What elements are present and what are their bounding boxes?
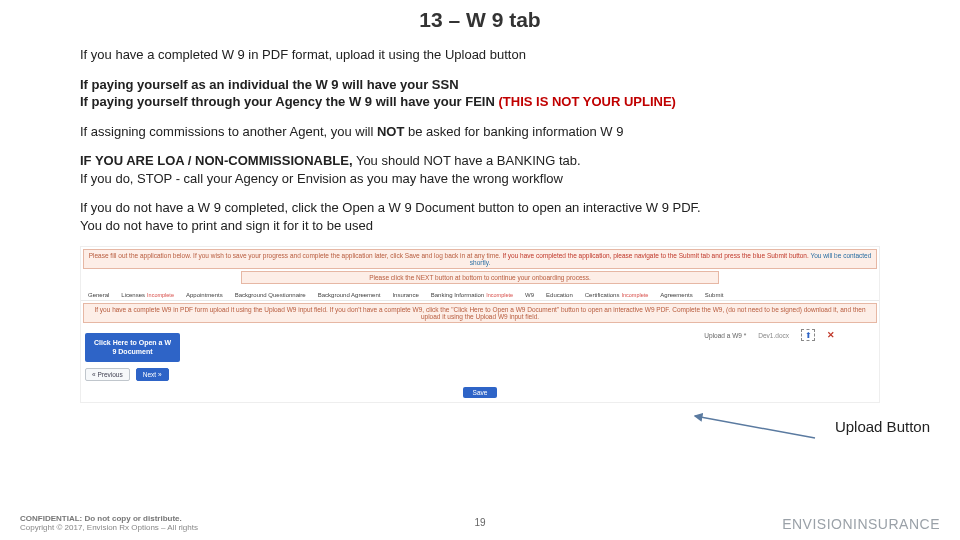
loa-text: You should NOT have a BANKING tab. bbox=[353, 153, 581, 168]
tab-insurance[interactable]: Insurance bbox=[389, 290, 421, 300]
paragraph-open-w9: If you do not have a W 9 completed, clic… bbox=[80, 199, 880, 234]
tab-appointments[interactable]: Appointments bbox=[183, 290, 226, 300]
tab-strip: General LicensesIncomplete Appointments … bbox=[81, 286, 879, 301]
not-upline-warning: (THIS IS NOT YOUR UPLINE) bbox=[498, 94, 675, 109]
banner1-red: If you have completed the application, p… bbox=[502, 252, 808, 259]
upload-zone: Upload a W9 * Dev1.docx ⬆ ✕ bbox=[704, 329, 835, 341]
open-w9-line1: If you do not have a W 9 completed, clic… bbox=[80, 200, 701, 215]
tab-general[interactable]: General bbox=[85, 290, 112, 300]
instruction-banner-3: If you have a complete W9 in PDF form up… bbox=[83, 303, 877, 323]
open-w9-line2: You do not have to print and sign it for… bbox=[80, 218, 373, 233]
tab-banking[interactable]: Banking InformationIncomplete bbox=[428, 290, 516, 300]
banner1-text: Please fill out the application below. I… bbox=[89, 252, 503, 259]
embedded-screenshot: Please fill out the application below. I… bbox=[80, 246, 880, 403]
instruction-banner-1: Please fill out the application below. I… bbox=[83, 249, 877, 269]
brand-logo: ENVISIONINSURANCE bbox=[782, 516, 940, 532]
assign-not: NOT bbox=[377, 124, 404, 139]
loa-stop: If you do, STOP - call your Agency or En… bbox=[80, 171, 563, 186]
line-fein: If paying yourself through your Agency t… bbox=[80, 94, 498, 109]
open-w9-button[interactable]: Click Here to Open a W 9 Document bbox=[85, 333, 180, 362]
remove-file-icon[interactable]: ✕ bbox=[827, 330, 835, 340]
tab-submit[interactable]: Submit bbox=[702, 290, 727, 300]
paragraph-ssn-fein: If paying yourself as an individual the … bbox=[80, 76, 880, 111]
paragraph-loa: IF YOU ARE LOA / NON-COMMISSIONABLE, You… bbox=[80, 152, 880, 187]
nav-row: « Previous Next » bbox=[81, 366, 879, 385]
brand-part2: INSURANCE bbox=[853, 516, 940, 532]
previous-button[interactable]: « Previous bbox=[85, 368, 130, 381]
loa-heading: IF YOU ARE LOA / NON-COMMISSIONABLE, bbox=[80, 153, 353, 168]
tab-licenses[interactable]: LicensesIncomplete bbox=[118, 290, 177, 300]
tab-background-a[interactable]: Background Agreement bbox=[315, 290, 384, 300]
brand-part1: ENVISION bbox=[782, 516, 853, 532]
line-ssn: If paying yourself as an individual the … bbox=[80, 77, 459, 92]
paragraph-assign: If assigning commissions to another Agen… bbox=[80, 123, 880, 141]
save-button[interactable]: Save bbox=[463, 387, 498, 398]
tab-background-q[interactable]: Background Questionnaire bbox=[232, 290, 309, 300]
upload-icon[interactable]: ⬆ bbox=[801, 329, 815, 341]
page-number: 19 bbox=[474, 517, 485, 528]
tab-agreements[interactable]: Agreements bbox=[657, 290, 695, 300]
assign-post: be asked for banking information W 9 bbox=[404, 124, 623, 139]
svg-line-0 bbox=[695, 416, 815, 438]
tab-certifications[interactable]: CertificationsIncomplete bbox=[582, 290, 652, 300]
upload-filename: Dev1.docx bbox=[758, 332, 789, 339]
upload-label: Upload a W9 * bbox=[704, 332, 746, 339]
tab-w9[interactable]: W9 bbox=[522, 290, 537, 300]
tab-education[interactable]: Education bbox=[543, 290, 576, 300]
incomplete-badge: Incomplete bbox=[621, 292, 648, 298]
incomplete-badge: Incomplete bbox=[486, 292, 513, 298]
next-button[interactable]: Next » bbox=[136, 368, 169, 381]
page-title: 13 – W 9 tab bbox=[80, 8, 880, 32]
incomplete-badge: Incomplete bbox=[147, 292, 174, 298]
callout-arrow bbox=[690, 413, 820, 443]
footer: CONFIDENTIAL: Do not copy or distribute.… bbox=[0, 514, 960, 532]
paragraph-upload: If you have a completed W 9 in PDF forma… bbox=[80, 46, 880, 64]
assign-pre: If assigning commissions to another Agen… bbox=[80, 124, 377, 139]
upload-button-callout: Upload Button bbox=[835, 418, 930, 435]
instruction-banner-2: Please click the NEXT button at bottom t… bbox=[241, 271, 720, 284]
